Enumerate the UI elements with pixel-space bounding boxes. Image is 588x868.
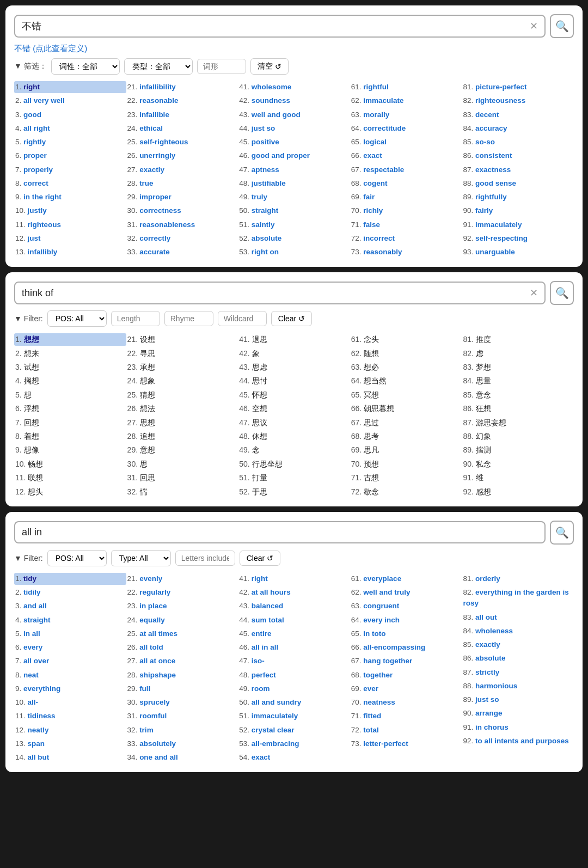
clear-button-2[interactable]: Clear ↺ xyxy=(271,311,312,326)
clear-button-1[interactable]: 清空 ↺ xyxy=(250,58,289,75)
list-item: 42. at all hours xyxy=(238,586,350,598)
list-item: 25. at all times xyxy=(126,628,238,640)
list-item: 68. 思考 xyxy=(350,430,462,442)
list-item: 1. tidy xyxy=(14,573,126,585)
result-col-1-3: 41. wholesome 42. soundness 43. well and… xyxy=(238,81,350,258)
type-select-1[interactable]: 类型：全部 xyxy=(124,58,193,75)
list-item: 11. 联想 xyxy=(14,472,126,484)
definition-link-1[interactable]: 不错 (点此查看定义) xyxy=(14,44,574,58)
search-button-3[interactable]: 🔍 xyxy=(550,521,574,545)
list-item: 65. logical xyxy=(350,136,462,148)
list-item: 53. right on xyxy=(238,246,350,258)
list-item: 7. 回想 xyxy=(14,417,126,429)
list-item: 92. to all intents and purposes xyxy=(462,735,574,747)
list-item: 69. 思凡 xyxy=(350,444,462,456)
clear-x-icon-2[interactable]: ✕ xyxy=(530,287,538,299)
filter-label-2: ▼ Filter: xyxy=(14,314,43,323)
result-col-3-5: 81. orderly 82. everything in the garden… xyxy=(462,573,574,764)
list-item: 72. 歇念 xyxy=(350,486,462,498)
results-grid-3: 1. tidy 2. tidily 3. and all 4. straight… xyxy=(14,573,574,764)
list-item: 64. 想当然 xyxy=(350,375,462,387)
search-button-2[interactable]: 🔍 xyxy=(550,281,574,305)
list-item: 92. 感想 xyxy=(462,486,574,498)
panel-2: ✕ 🔍 ▼ Filter: POS: All Clear ↺ 1. 想想 2. … xyxy=(5,272,583,506)
list-item: 21. infallibility xyxy=(126,81,238,93)
pos-select-3[interactable]: POS: All xyxy=(47,550,107,566)
pos-select-1[interactable]: 词性：全部 xyxy=(51,58,120,75)
clear-x-icon-1[interactable]: ✕ xyxy=(530,20,538,32)
list-item: 49. 念 xyxy=(238,444,350,456)
list-item: 88. 幻象 xyxy=(462,430,574,442)
list-item: 12. neatly xyxy=(14,724,126,736)
list-item: 90. arrange xyxy=(462,707,574,719)
list-item: 50. 行思坐想 xyxy=(238,458,350,470)
list-item: 63. congruent xyxy=(350,600,462,612)
list-item: 69. fair xyxy=(350,191,462,203)
search-input-1[interactable] xyxy=(22,21,530,32)
search-icon-3: 🔍 xyxy=(555,526,569,539)
list-item: 69. ever xyxy=(350,683,462,695)
result-col-1-4: 61. rightful 62. immaculate 63. morally … xyxy=(350,81,462,258)
list-item: 72. incorrect xyxy=(350,233,462,244)
search-input-wrap-1[interactable]: ✕ xyxy=(14,15,546,38)
result-col-3-4: 61. everyplace 62. well and truly 63. co… xyxy=(350,573,462,764)
result-col-2-1: 1. 想想 2. 想来 3. 试想 4. 搁想 5. 想 6. 浮想 7. 回想… xyxy=(14,333,126,498)
list-item: 87. strictly xyxy=(462,667,574,678)
list-item: 85. exactly xyxy=(462,639,574,651)
list-item: 45. positive xyxy=(238,136,350,148)
results-grid-1: 1. right 2. all very well 3. good 4. all… xyxy=(14,81,574,258)
list-item: 51. 打量 xyxy=(238,472,350,484)
list-item: 61. rightful xyxy=(350,81,462,93)
list-item: 21. 设想 xyxy=(126,333,238,345)
list-item: 62. well and truly xyxy=(350,586,462,598)
list-item: 91. 维 xyxy=(462,472,574,484)
list-item: 82. everything in the garden is rosy xyxy=(462,586,574,610)
list-item: 3. 试想 xyxy=(14,361,126,373)
list-item: 26. all told xyxy=(126,641,238,653)
list-item: 13. span xyxy=(14,738,126,750)
list-item: 68. cogent xyxy=(350,178,462,190)
refresh-icon-1: ↺ xyxy=(275,62,281,71)
search-input-3[interactable] xyxy=(22,527,538,538)
list-item: 28. true xyxy=(126,178,238,190)
search-button-1[interactable]: 🔍 xyxy=(550,14,574,38)
list-item: 84. accuracy xyxy=(462,123,574,135)
list-item: 88. harmonious xyxy=(462,680,574,692)
list-item: 62. immaculate xyxy=(350,95,462,107)
result-col-2-4: 61. 念头 62. 随想 63. 想必 64. 想当然 65. 冥想 66. … xyxy=(350,333,462,498)
length-input-2[interactable] xyxy=(111,311,160,326)
list-item: 12. just xyxy=(14,233,126,244)
search-input-wrap-2[interactable]: ✕ xyxy=(14,282,546,304)
list-item: 41. wholesome xyxy=(238,81,350,93)
list-item: 61. 念头 xyxy=(350,333,462,345)
list-item: 54. exact xyxy=(238,751,350,763)
list-item: 67. respectable xyxy=(350,164,462,176)
search-input-2[interactable] xyxy=(22,288,530,299)
list-item: 43. 思虑 xyxy=(238,361,350,373)
pos-select-2[interactable]: POS: All xyxy=(47,310,107,327)
definition-anchor-1[interactable]: 不错 (点此查看定义) xyxy=(14,44,87,54)
list-item: 25. self-righteous xyxy=(126,136,238,148)
list-item: 86. absolute xyxy=(462,652,574,664)
letters-input-3[interactable] xyxy=(175,551,235,566)
wildcard-input-2[interactable] xyxy=(218,311,267,326)
list-item: 46. all in all xyxy=(238,641,350,653)
clear-label-2: Clear xyxy=(278,314,296,323)
list-item: 11. tidiness xyxy=(14,710,126,722)
type-select-3[interactable]: Type: All xyxy=(111,550,171,566)
list-item: 84. 思量 xyxy=(462,375,574,387)
list-item: 93. unarguable xyxy=(462,246,574,258)
list-item: 41. right xyxy=(238,573,350,585)
list-item: 24. 想象 xyxy=(126,375,238,387)
list-item: 23. 承想 xyxy=(126,361,238,373)
form-input-1[interactable] xyxy=(197,59,246,74)
list-item: 86. consistent xyxy=(462,150,574,162)
clear-button-3[interactable]: Clear ↺ xyxy=(240,551,280,566)
search-input-wrap-3[interactable] xyxy=(14,521,546,543)
rhyme-input-2[interactable] xyxy=(164,311,213,326)
list-item: 52. 于思 xyxy=(238,486,350,498)
list-item: 24. ethical xyxy=(126,123,238,135)
result-col-1-2: 21. infallibility 22. reasonable 23. inf… xyxy=(126,81,238,258)
list-item: 49. room xyxy=(238,683,350,695)
list-item: 5. rightly xyxy=(14,136,126,148)
